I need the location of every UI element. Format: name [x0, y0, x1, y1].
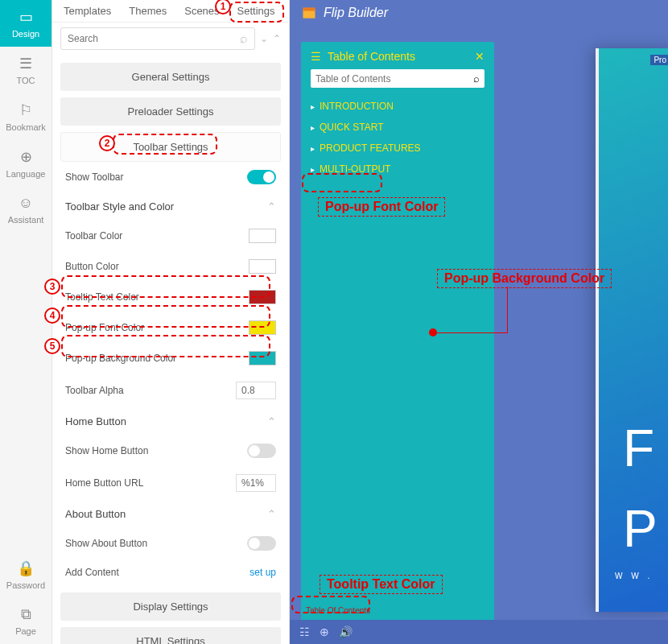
link-setup[interactable]: set up [249, 567, 276, 578]
label-toolbar-color: Toolbar Color [65, 230, 122, 242]
section-toolbar[interactable]: Toolbar Settings [60, 132, 281, 162]
tab-templates[interactable]: Templates [64, 5, 111, 17]
sidebar-item-label: Bookmark [6, 122, 46, 132]
row-button-color: Button Color [60, 251, 281, 282]
swatch-tooltip-color[interactable] [249, 290, 276, 304]
list-icon: ☰ [311, 50, 321, 63]
toc-link[interactable]: MULTI-OUTPUT [311, 159, 485, 180]
label-home-button: Home Button [65, 415, 126, 427]
preview-pane: Flip Builder ☰ Table of Contents ✕ ⌕ INT… [290, 0, 668, 644]
row-style-color[interactable]: Toolbar Style and Color ⌃ [60, 192, 281, 221]
tab-scenes[interactable]: Scenes [184, 5, 219, 17]
app-title: Flip Builder [324, 6, 388, 20]
chat-icon: ☺ [19, 195, 33, 212]
toggle-show-about[interactable] [247, 536, 276, 551]
sidebar-item-assistant[interactable]: ☺ Assistant [0, 187, 52, 233]
toggle-show-toolbar[interactable] [247, 170, 276, 184]
bookmark-icon: ⚐ [19, 101, 32, 119]
label-show-toolbar: Show Toolbar [65, 171, 124, 183]
sidebar-item-label: Language [6, 169, 46, 179]
label-show-home: Show Home Button [65, 445, 148, 456]
zoom-icon[interactable]: ⊕ [320, 625, 329, 638]
sidebar-item-label: Password [6, 580, 45, 590]
expand-all-icon[interactable]: ⌄ [260, 33, 268, 44]
row-toolbar-color: Toolbar Color [60, 221, 281, 251]
swatch-popup-font-color[interactable] [249, 320, 276, 335]
toc-panel: ☰ Table of Contents ✕ ⌕ INTRODUCTION QUI… [301, 42, 494, 621]
cover-url: W W . [615, 572, 653, 580]
tab-settings[interactable]: Settings [237, 5, 275, 17]
toc-link[interactable]: INTRODUCTION [311, 96, 485, 117]
sound-icon[interactable]: 🔊 [339, 625, 353, 638]
toc-header: ☰ Table of Contents ✕ [311, 50, 485, 63]
sidebar-item-bookmark[interactable]: ⚐ Bookmark [0, 93, 52, 140]
sidebar-item-label: Design [12, 29, 39, 39]
row-add-content: Add Content set up [60, 559, 281, 586]
sidebar-item-label: Assistant [8, 215, 44, 225]
row-show-toolbar: Show Toolbar [60, 162, 281, 192]
book-cover: Pro F P W W . [596, 48, 668, 612]
toc-search-input[interactable] [315, 73, 473, 85]
settings-scroll: General Settings Preloader Settings Tool… [52, 55, 289, 644]
search-input[interactable] [68, 33, 240, 44]
monitor-icon: ▭ [19, 8, 33, 26]
settings-panel: Templates Themes Scenes Settings ⌕ ⌄ ⌃ G… [52, 0, 290, 644]
label-add-content: Add Content [65, 567, 119, 578]
section-display[interactable]: Display Settings [60, 592, 281, 621]
thumbnails-icon[interactable]: ☷ [299, 625, 310, 638]
top-tabs: Templates Themes Scenes Settings [52, 0, 289, 23]
sidebar-item-password[interactable]: 🔒 Password [0, 551, 52, 598]
row-home-url: Home Button URL [60, 466, 281, 500]
chevron-up-icon: ⌃ [267, 415, 276, 427]
row-show-home: Show Home Button [60, 436, 281, 466]
pro-badge: Pro [650, 55, 668, 65]
chevron-up-icon: ⌃ [267, 508, 276, 520]
toc-link[interactable]: QUICK START [311, 117, 485, 138]
input-home-url[interactable] [236, 474, 276, 492]
svg-rect-1 [303, 7, 315, 10]
row-show-about: Show About Button [60, 528, 281, 559]
left-rail: ▭ Design ☰ TOC ⚐ Bookmark ⊕ Language ☺ A… [0, 0, 52, 644]
page-icon: ⧉ [21, 606, 31, 623]
collapse-all-icon[interactable]: ⌃ [273, 33, 281, 44]
toggle-show-home[interactable] [247, 444, 276, 458]
tab-themes[interactable]: Themes [129, 5, 167, 17]
close-icon[interactable]: ✕ [475, 50, 485, 63]
sidebar-item-toc[interactable]: ☰ TOC [0, 47, 52, 93]
sidebar-item-design[interactable]: ▭ Design [0, 0, 52, 47]
label-popup-bg-color: Pop-up Background Color [65, 353, 176, 364]
chevron-up-icon: ⌃ [267, 200, 276, 213]
label-popup-font-color: Pop-up Font Color [65, 322, 144, 333]
swatch-popup-bg-color[interactable] [249, 351, 276, 365]
section-html[interactable]: HTML Settings [60, 627, 281, 644]
cover-letter-p: P [623, 499, 658, 559]
swatch-toolbar-color[interactable] [249, 229, 276, 243]
search-icon[interactable]: ⌕ [473, 72, 480, 85]
row-about-button[interactable]: About Button ⌃ [60, 500, 281, 528]
row-toolbar-alpha: Toolbar Alpha [60, 374, 281, 407]
search-row: ⌕ ⌄ ⌃ [52, 23, 289, 55]
search-box[interactable]: ⌕ [60, 27, 255, 50]
app-logo-icon [301, 5, 317, 21]
section-general[interactable]: General Settings [60, 63, 281, 91]
label-show-about: Show About Button [65, 538, 147, 549]
label-tooltip-color: Tooltip Text Color [65, 291, 139, 303]
row-home-button[interactable]: Home Button ⌃ [60, 407, 281, 436]
sidebar-item-language[interactable]: ⊕ Language [0, 140, 52, 187]
input-toolbar-alpha[interactable] [236, 382, 276, 399]
toc-link[interactable]: PRODUCT FEATURES [311, 138, 485, 159]
label-button-color: Button Color [65, 261, 119, 272]
sidebar-item-label: Page [15, 626, 36, 636]
toc-icon: ☰ [19, 55, 32, 72]
toc-title: Table of Contents [328, 50, 415, 63]
search-icon[interactable]: ⌕ [240, 31, 248, 46]
toc-search-box[interactable]: ⌕ [311, 69, 485, 88]
label-home-url: Home Button URL [65, 477, 143, 489]
row-popup-bg-color: Pop-up Background Color [60, 343, 281, 374]
label-toolbar-alpha: Toolbar Alpha [65, 385, 124, 396]
spacer [0, 233, 52, 551]
sidebar-item-page[interactable]: ⧉ Page [0, 598, 52, 644]
row-tooltip-color: Tooltip Text Color [60, 282, 281, 312]
swatch-button-color[interactable] [249, 259, 276, 274]
section-preloader[interactable]: Preloader Settings [60, 97, 281, 126]
